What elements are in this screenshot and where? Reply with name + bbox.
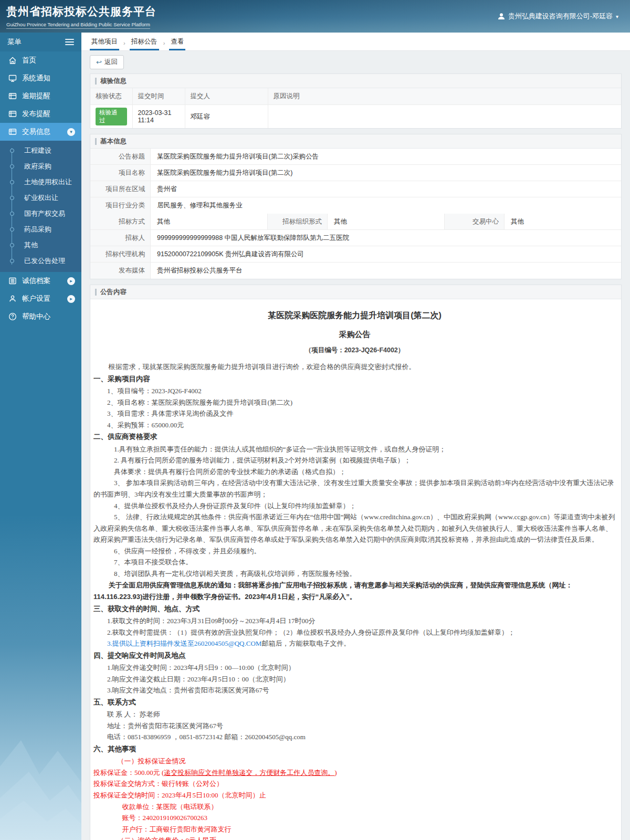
sidebar-subitem[interactable]: 土地使用权出让 [0,174,81,190]
doc-line: 2. 具有履行合同所必需的服务培训能力，提供证明材料及2个对外培训案例（如视频提… [93,455,616,466]
sidebar-menu-header: 菜单 [0,33,81,51]
sidebar-subitem[interactable]: 政府采购 [0,159,81,174]
sidebar-subitem[interactable]: 国有产权交易 [0,206,81,222]
col-submit-time: 提交时间 [132,88,185,105]
back-button[interactable]: ↩ 返回 [90,55,124,69]
basic-rows-bottom: 招标人 999999999999999988 中国人民解放军联勤保障部队第九二五… [90,230,621,279]
doc-text: 2. 具有履行合同所必需的服务培训能力，提供证明材料及2个对外培训案例（如视频提… [114,456,411,464]
doc-line: 3.响应文件递交地点：贵州省贵阳市花溪区黄河路67号 [93,685,616,696]
info-label: 招标代理机构 [90,246,151,262]
info-value: 居民服务、修理和其他服务业 [151,197,621,214]
doc-text: 某医院采购医院服务能力提升培训项目(第二次) [268,311,442,320]
info-row: 招标代理机构 91520000722109905K 贵州弘典建设咨询有限公司 [90,246,621,262]
sidebar-item-label: 交易信息 [22,127,50,136]
doc-line: 2.获取文件时需提供：（1）提供有效的营业执照复印件；（2）单位授权书及经办人身… [93,627,616,638]
sidebar-item-label: 系统通知 [22,74,50,83]
announcement-panel-title: 公告内容 [100,288,127,297]
doc-line: 收款单位：某医院（电话联系） [93,801,616,813]
doc-text: 3、项目需求：具体需求详见询价函及文件 [107,410,234,417]
sidebar-subitem[interactable]: 其他 [0,237,81,253]
sidebar-subitem[interactable]: 已发公告处理 [0,253,81,269]
chevron-right-icon: ▸ [67,295,75,303]
sidebar-subitem[interactable]: 工程建设 [0,143,81,159]
doc-text: 2、项目名称：某医院采购医院服务能力提升培训项目(第二次) [107,398,292,406]
doc-text: 1.具有独立承担民事责任的能力：提供法人或其他组织的“多证合一”营业执照等证明文… [114,445,446,453]
sidebar-item-home[interactable]: 首页 [0,51,81,69]
doc-text: 3、 参加本项目采购活动前三年内，在经营活动中没有重大违法记录、没有发生过重大质… [93,479,614,498]
doc-text: 邮箱后，方能获取电子文件。 [261,639,350,647]
doc-line: 地址：贵州省贵阳市花溪区黄河路67号 [93,720,616,732]
submit-time-value: 2023-03-31 11:14 [132,105,185,129]
basic-panel-title: 基本信息 [100,137,127,146]
info-label: 招标组织形式 [267,214,328,229]
doc-line: 联 系 人： 苏老师 [93,709,616,720]
sidebar-item-label: 帮助中心 [22,312,50,321]
verify-panel-header: 核验信息 [90,74,621,88]
doc-text: 六、其他事项 [93,745,136,753]
sidebar-item-label: 帐户设置 [22,294,50,303]
doc-text: 联 系 人： 苏老师 [107,710,160,718]
doc-line: 具体要求：提供具有履行合同所必需的专业技术能力的承诺函（格式自拟）； [93,466,616,478]
sidebar-item-overdue-reminder[interactable]: 逾期提醒 [0,87,81,105]
doc-line: （二）询价文件售价：0元人民币。 [93,835,616,840]
basic-info-panel: 基本信息 公告标题 某医院采购医院服务能力提升培训项目(第二次)采购公告 项目名… [90,134,622,279]
sidebar-item-help-center[interactable]: 帮助中心 [0,308,81,326]
info-group: 交易中心 其他 [444,214,621,229]
info-value: 91520000722109905K 贵州弘典建设咨询有限公司 [151,246,621,262]
sidebar-item-label: 首页 [22,56,36,65]
user-account-menu[interactable]: 贵州弘典建设咨询有限公司-邓廷容 ▾ [498,12,618,21]
info-label: 交易中心 [444,214,505,229]
platform-subtitle: GuiZhou Province Tendering and Bidding P… [6,22,150,29]
doc-line: 1.响应文件递交时间：2023年4月5日9：00—10:00（北京时间） [93,662,616,674]
doc-text: 递交投标响应文件时单独递交，方便财务工作人员查询。 [164,769,334,776]
brand: 贵州省招标投标公共服务平台 GuiZhou Province Tendering… [6,4,156,29]
doc-line: 4、采购预算：65000.00元 [93,419,616,431]
caret-down-icon: ▾ [616,14,618,19]
status-badge: 核验通过 [96,108,127,125]
sidebar-item-notifications[interactable]: 系统通知 [0,69,81,87]
info-row: 公告标题 某医院采购医院服务能力提升培训项目(第二次)采购公告 [90,149,621,165]
info-row: 项目所在区域 贵州省 [90,181,621,197]
sidebar-item-credit-archive[interactable]: 诚信档案 ▸ [0,272,81,290]
breadcrumb-other-projects[interactable]: 其他项目 [90,36,119,50]
section-bar-icon [95,78,97,85]
doc-text: 关于全面启用供应商管理信息系统的通知：我部将逐步推广应用电子招投标系统，请有意愿… [93,581,573,601]
doc-line: 六、其他事项 [93,743,616,755]
sidebar-subitem[interactable]: 药品采购 [0,222,81,237]
info-value: 其他 [328,214,444,229]
sidebar-item-publish-reminder[interactable]: 发布提醒 [0,105,81,123]
doc-text: 一、采购项目内容 [93,375,150,383]
doc-line: 投标保证金：500.00元 (递交投标响应文件时单独递交，方便财务工作人员查询。… [93,767,616,779]
home-icon [8,56,17,65]
info-label: 项目行业分类 [90,197,151,214]
doc-text: 2.获取文件时需提供：（1）提供有效的营业执照复印件；（2）单位授权书及经办人身… [107,628,515,636]
doc-text: ) [334,769,337,776]
section-bar-icon [95,289,97,296]
announcement-document: 某医院采购医院服务能力提升培训项目(第二次)采购公告（项目编号：2023-JQ2… [90,299,621,840]
main-content: 其他项目 › 招标公告 › 查看 ↩ 返回 核验信息 核验状态 [81,33,630,840]
doc-line: 三、获取文件的时间、地点、方式 [93,603,616,615]
col-submitter: 提交人 [185,88,268,105]
email-link[interactable]: 3.提供以上资料扫描件发送至2602004505@QQ.COM [107,639,261,647]
chevron-right-icon: ▸ [67,277,75,285]
doc-line: 电话：0851-83896959 ，0851-85723142 邮箱：26020… [93,731,616,743]
sidebar-item-account-settings[interactable]: 帐户设置 ▸ [0,290,81,308]
doc-line: 2.响应文件递交截止日期：2023年4月5日10：00（北京时间） [93,674,616,685]
info-row-triple: 招标方式 其他 招标组织形式 其他 交易中心 其他 [90,214,621,230]
hamburger-icon[interactable] [65,39,74,45]
sidebar-subitem[interactable]: 矿业权出让 [0,190,81,206]
sidebar-item-label: 发布提醒 [22,109,50,119]
doc-line: 3、项目需求：具体需求详见询价函及文件 [93,408,616,419]
sidebar-item-transaction-info[interactable]: 交易信息 ▾ [0,123,81,141]
doc-line: 某医院采购医院服务能力提升培训项目(第二次) [93,309,616,323]
doc-text: 6、供应商一经报价，不得改变，并且必须履约。 [114,547,261,555]
back-button-label: 返回 [104,58,118,67]
breadcrumb-view[interactable]: 查看 [169,36,185,50]
doc-line: 7、本项目不接受联合体。 [93,556,616,568]
verify-panel-title: 核验信息 [100,77,127,86]
breadcrumb-tender-announcement[interactable]: 招标公告 [130,36,159,50]
doc-line: 2、项目名称：某医院采购医院服务能力提升培训项目(第二次) [93,397,616,408]
doc-text: 1.响应文件递交时间：2023年4月5日9：00—10:00（北京时间） [107,664,295,671]
doc-text: 三、获取文件的时间、地点、方式 [93,605,200,613]
monitor-icon [8,74,17,82]
